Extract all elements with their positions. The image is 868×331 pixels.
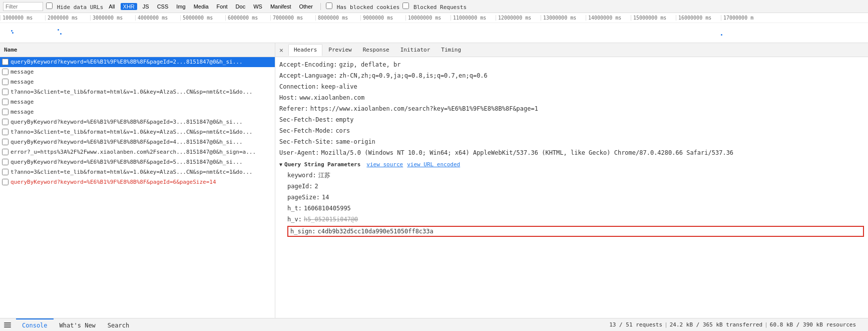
js-filter-btn[interactable]: JS: [140, 3, 152, 10]
list-item-checkbox[interactable]: [2, 59, 9, 65]
param-val: 2: [315, 182, 318, 191]
timeline-tick: 11000000 ms: [451, 15, 496, 21]
blocked-requests-label[interactable]: Blocked Requests: [402, 3, 467, 11]
tab-headers[interactable]: Headers: [288, 44, 322, 56]
console-tab-search[interactable]: Search: [102, 318, 135, 332]
blocked-requests-checkbox[interactable]: [402, 3, 409, 9]
hide-data-urls-label[interactable]: Hide data URLs: [46, 3, 103, 11]
requests-count: 13 / 51 requests: [609, 321, 662, 328]
ws-filter-btn[interactable]: WS: [251, 3, 265, 10]
timeline-tick: 4000000 ms: [135, 15, 180, 21]
tab-response[interactable]: Response: [358, 44, 394, 56]
header-row: Sec-Fetch-Dest:empty: [279, 114, 864, 125]
list-item-checkbox[interactable]: [2, 109, 9, 115]
toolbar-divider: [320, 3, 321, 10]
timeline-tick: 9000000 ms: [360, 15, 405, 21]
xhr-filter-btn[interactable]: XHR: [121, 3, 137, 10]
img-filter-btn[interactable]: Img: [174, 3, 188, 10]
list-item[interactable]: error?_u=https%3A%2F%2Fwww.xiaolanben.co…: [0, 147, 275, 157]
headers-content: Accept-Encoding:gzip, deflate, brAccept-…: [275, 57, 868, 318]
view-source-link[interactable]: view source: [366, 161, 403, 168]
header-key: Referer:: [279, 104, 308, 113]
media-filter-btn[interactable]: Media: [191, 3, 211, 10]
list-item[interactable]: message: [0, 67, 275, 77]
list-item-checkbox[interactable]: [2, 69, 9, 75]
section-links: view sourceview URL encoded: [366, 161, 460, 168]
list-item-checkbox[interactable]: [2, 89, 9, 95]
console-tab-what's-new[interactable]: What's New: [54, 318, 102, 332]
font-filter-btn[interactable]: Font: [214, 3, 230, 10]
header-val: www.xiaolanben.com: [299, 93, 364, 102]
timeline-tick: 8000000 ms: [315, 15, 360, 21]
list-item[interactable]: message: [0, 77, 275, 87]
list-item[interactable]: t?anno=3&client=te_lib&format=html&v=1.0…: [0, 167, 275, 177]
has-blocked-cookies-checkbox[interactable]: [326, 3, 332, 9]
header-row: Accept-Language:zh-CN,zh;q=0.9,ja;q=0.8,…: [279, 70, 864, 81]
header-val: cors: [335, 126, 350, 135]
timeline-tick: 16000000 ms: [676, 15, 721, 21]
header-val: keep-alive: [321, 82, 357, 91]
timeline: 1000000 ms2000000 ms3000000 ms4000000 ms…: [0, 13, 868, 43]
manifest-filter-btn[interactable]: Manifest: [268, 3, 294, 10]
list-item-name: queryByKeyword?keyword=%E6%B1%9F%E8%8B%8…: [11, 139, 243, 145]
header-key: Accept-Encoding:: [279, 60, 337, 69]
list-item-checkbox[interactable]: [2, 79, 9, 85]
has-blocked-cookies-label[interactable]: Has blocked cookies: [326, 3, 399, 11]
param-key: h_v:: [287, 215, 302, 224]
list-item-name: queryByKeyword?keyword=%E6%B1%9F%E8%8B%8…: [11, 119, 243, 125]
section-arrow-icon[interactable]: ▼: [279, 162, 282, 167]
header-val: Mozilla/5.0 (Windows NT 10.0; Win64; x64…: [321, 148, 733, 157]
list-header: Name: [0, 43, 275, 57]
header-row: Host:www.xiaolanben.com: [279, 92, 864, 103]
doc-filter-btn[interactable]: Doc: [233, 3, 248, 10]
list-item[interactable]: queryByKeyword?keyword=%E6%B1%9F%E8%8B%8…: [0, 117, 275, 127]
filter-input[interactable]: [3, 2, 43, 11]
timeline-tick: 5000000 ms: [180, 15, 225, 21]
request-list[interactable]: queryByKeyword?keyword=%E6%B1%9F%E8%8B%8…: [0, 57, 275, 318]
highlight-param-row: h_sign:c4db9b32d5cc10da990e51050ff8c33a: [287, 226, 864, 237]
hide-data-urls-checkbox[interactable]: [46, 3, 53, 9]
left-panel: Name queryByKeyword?keyword=%E6%B1%9F%E8…: [0, 43, 275, 318]
header-val: https://www.xiaolanben.com/search?key=%E…: [310, 104, 538, 113]
header-key: Accept-Language:: [279, 71, 337, 80]
console-tab-console[interactable]: Console: [16, 318, 54, 332]
bottom-bar: ConsoleWhat's NewSearch 13 / 51 requests…: [0, 318, 868, 331]
tab-initiator[interactable]: Initiator: [395, 44, 436, 56]
list-item-name: message: [11, 79, 34, 85]
bottom-status: 13 / 51 requests | 24.2 kB / 365 kB tran…: [609, 321, 856, 328]
list-item-name: t?anno=3&client=te_lib&format=html&v=1.0…: [11, 169, 252, 175]
list-item[interactable]: message: [0, 107, 275, 117]
list-item-checkbox[interactable]: [2, 169, 9, 175]
header-key: Sec-Fetch-Dest:: [279, 115, 333, 124]
timeline-tick: 13000000 ms: [541, 15, 586, 21]
list-item[interactable]: message: [0, 97, 275, 107]
header-row: Sec-Fetch-Mode:cors: [279, 125, 864, 136]
tab-preview[interactable]: Preview: [323, 44, 356, 56]
all-filter-btn[interactable]: All: [106, 3, 117, 10]
close-icon[interactable]: ×: [277, 46, 285, 54]
list-item-checkbox[interactable]: [2, 139, 9, 145]
list-item-checkbox[interactable]: [2, 159, 9, 165]
header-key: Sec-Fetch-Site:: [279, 137, 333, 146]
timeline-dot-3: [58, 29, 59, 31]
list-item[interactable]: t?anno=3&client=te_lib&format=html&v=1.0…: [0, 87, 275, 97]
list-item-checkbox[interactable]: [2, 119, 9, 125]
list-item[interactable]: queryByKeyword?keyword=%E6%B1%9F%E8%8B%8…: [0, 177, 275, 187]
tab-timing[interactable]: Timing: [436, 44, 466, 56]
param-val: 1606810405995: [304, 204, 351, 213]
list-item-checkbox[interactable]: [2, 149, 9, 155]
param-row: keyword:江苏: [279, 170, 864, 181]
list-item-name: queryByKeyword?keyword=%E6%B1%9F%E8%8B%8…: [11, 59, 243, 65]
other-filter-btn[interactable]: Other: [296, 3, 315, 10]
menu-icon[interactable]: [4, 321, 12, 329]
list-item-checkbox[interactable]: [2, 129, 9, 135]
view-url-encoded-link[interactable]: view URL encoded: [407, 161, 460, 168]
list-item[interactable]: queryByKeyword?keyword=%E6%B1%9F%E8%8B%8…: [0, 137, 275, 147]
css-filter-btn[interactable]: CSS: [155, 3, 171, 10]
list-item[interactable]: queryByKeyword?keyword=%E6%B1%9F%E8%8B%8…: [0, 57, 275, 67]
param-val: 江苏: [318, 171, 330, 180]
list-item[interactable]: queryByKeyword?keyword=%E6%B1%9F%E8%8B%8…: [0, 157, 275, 167]
list-item-checkbox[interactable]: [2, 179, 9, 185]
list-item[interactable]: t?anno=3&client=te_lib&format=html&v=1.0…: [0, 127, 275, 137]
list-item-checkbox[interactable]: [2, 99, 9, 105]
